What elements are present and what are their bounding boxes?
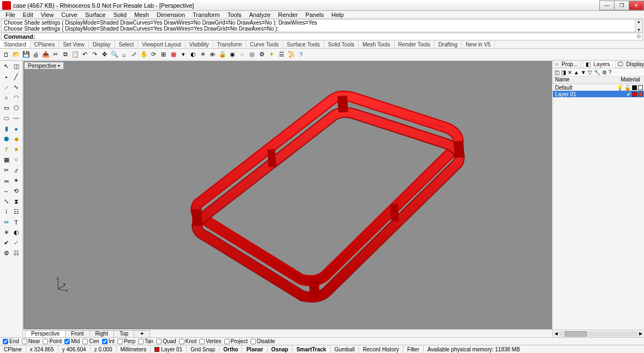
split-icon[interactable]: ⫽	[11, 166, 21, 175]
vptab-perspective[interactable]: Perspective	[25, 330, 65, 337]
layer-row-default[interactable]: Default 💡 🔓	[553, 84, 644, 91]
tab-mesh-tools[interactable]: Mesh Tools	[359, 41, 394, 48]
col-name[interactable]: Name	[553, 77, 617, 84]
vptab-front[interactable]: Front	[65, 330, 90, 337]
arc-icon[interactable]: ◠	[11, 93, 21, 102]
command-options-icon[interactable]: ⚙	[636, 33, 641, 39]
properties-icon[interactable]: ○	[237, 50, 247, 59]
pointson-icon[interactable]: ⁘	[11, 155, 21, 164]
filter-icon[interactable]: ☰	[277, 50, 286, 59]
zoom-extents-icon[interactable]: 🔍	[110, 50, 119, 59]
layers-icon[interactable]: ◉	[228, 50, 237, 59]
lock-icon[interactable]: 🔒	[218, 50, 227, 59]
cone-icon[interactable]: ◆	[11, 134, 21, 144]
material-swatch[interactable]	[638, 85, 643, 90]
osnap-cen[interactable]: Cen	[82, 338, 99, 344]
panel-tab-display[interactable]: 🖵 Display	[616, 61, 644, 68]
osnap-perp[interactable]: Perp	[117, 338, 135, 344]
menu-render[interactable]: Render	[275, 11, 301, 18]
tab-viewport-layout[interactable]: Viewport Layout	[138, 41, 186, 48]
vptab-add[interactable]: ✦	[134, 330, 150, 337]
ellipse-icon[interactable]: ⬭	[2, 114, 11, 123]
delete-layer-icon[interactable]: ✕	[568, 69, 572, 75]
tab-display[interactable]: Display	[89, 41, 115, 48]
join-icon[interactable]: ⫘	[2, 176, 11, 185]
scroll-left-icon[interactable]: ◀	[553, 331, 559, 336]
box-icon[interactable]: ▮	[2, 124, 11, 133]
rect-icon[interactable]: ▭	[2, 103, 11, 113]
tab-drafting[interactable]: Drafting	[434, 41, 462, 48]
move-up-icon[interactable]: ▲	[574, 69, 579, 75]
tab-solid-tools[interactable]: Solid Tools	[324, 41, 359, 48]
settings-icon[interactable]: ⚙	[602, 69, 607, 75]
options2-icon[interactable]: ⚙	[2, 249, 11, 258]
status-filter[interactable]: Filter	[403, 345, 424, 353]
tab-setview[interactable]: Set View	[59, 41, 88, 48]
osnap-knot[interactable]: Knot	[179, 338, 197, 344]
paste-icon[interactable]: 📋	[70, 50, 80, 59]
bulb-icon[interactable]: 💡	[617, 85, 623, 91]
extrude-icon[interactable]: ⇑	[2, 145, 11, 154]
pan-icon[interactable]: ✋	[139, 50, 148, 59]
status-gridsnap[interactable]: Grid Snap	[187, 345, 219, 353]
tab-select[interactable]: Select	[115, 41, 139, 48]
check-icon[interactable]: ✔	[627, 91, 631, 97]
options-icon[interactable]: ⚙	[257, 50, 266, 59]
copy-icon[interactable]: ⧉	[61, 50, 70, 59]
osnap-point[interactable]: Point	[43, 338, 62, 344]
analyze-icon[interactable]: ✔	[2, 238, 11, 248]
lock2-icon[interactable]: 🔓	[624, 85, 631, 91]
boolean-icon[interactable]: ◎	[247, 50, 257, 59]
menu-tools[interactable]: Tools	[224, 11, 245, 18]
zoom-selected-icon[interactable]: ⤢	[129, 50, 139, 59]
panel-tab-layers[interactable]: ◧ Layers	[583, 61, 616, 68]
tab-standard[interactable]: Standard	[0, 41, 31, 48]
docprops-icon[interactable]: ☷	[11, 249, 21, 258]
scale-icon[interactable]: ⤡	[2, 197, 11, 206]
freeform-icon[interactable]: 〰	[11, 114, 21, 123]
scroll-track[interactable]	[559, 331, 637, 337]
menu-analyze[interactable]: Analyze	[246, 11, 273, 18]
osnap-disable[interactable]: Disable	[251, 338, 275, 344]
osnap-vertex[interactable]: Vertex	[199, 338, 221, 344]
mirror-icon[interactable]: ⧗	[11, 197, 21, 206]
tab-render-tools[interactable]: Render Tools	[395, 41, 435, 48]
shade2-icon[interactable]: ◐	[11, 228, 21, 237]
undo-icon[interactable]: ↶	[80, 50, 90, 59]
osnap-end[interactable]: End	[3, 338, 19, 344]
lasso-icon[interactable]: ◫	[11, 62, 21, 71]
move-down-icon[interactable]: ▼	[581, 69, 586, 75]
vptab-right[interactable]: Right	[90, 330, 114, 337]
menu-file[interactable]: File	[2, 11, 19, 18]
menu-panels[interactable]: Panels	[302, 11, 327, 18]
material-swatch[interactable]	[638, 92, 643, 97]
tab-transform[interactable]: Transform	[213, 41, 246, 48]
rotate-icon[interactable]: ⟲	[11, 186, 21, 196]
polygon-icon[interactable]: ⬠	[11, 103, 21, 113]
tab-surface-tools[interactable]: Surface Tools	[283, 41, 324, 48]
pointer-icon[interactable]: ↖	[2, 62, 11, 71]
status-units[interactable]: Millimeters	[117, 345, 151, 353]
text-icon[interactable]: T	[11, 217, 21, 227]
layer-swatch[interactable]	[632, 92, 637, 97]
menu-transform[interactable]: Transform	[189, 11, 223, 18]
osnap-mid[interactable]: Mid	[64, 338, 80, 344]
polyline-icon[interactable]: ╱	[11, 72, 21, 81]
command-history[interactable]: Choose Shade settings ( DisplayMode=Shad…	[1, 19, 643, 32]
script-icon[interactable]: 📜	[287, 50, 296, 59]
4view-icon[interactable]: ⊞	[159, 50, 168, 59]
cylinder-icon[interactable]: ⬢	[2, 134, 11, 144]
move-icon[interactable]: ✥	[100, 50, 109, 59]
scroll-right-icon[interactable]: ▶	[637, 331, 644, 336]
tab-new-in-v5[interactable]: New in V5	[462, 41, 495, 48]
osnap-int[interactable]: Int	[102, 338, 115, 344]
circle-icon[interactable]: ○	[2, 93, 11, 102]
zoom-window-icon[interactable]: ⌕	[120, 50, 129, 59]
hide-icon[interactable]: 👁	[208, 50, 217, 59]
loft-icon[interactable]: ★	[11, 145, 21, 154]
shade-icon[interactable]: ◐	[188, 50, 198, 59]
move2-icon[interactable]: ↔	[2, 186, 11, 196]
panel-scrollbar[interactable]: ◀ ▶	[553, 330, 644, 337]
menu-edit[interactable]: Edit	[20, 11, 37, 18]
status-smarttrack[interactable]: SmartTrack	[293, 345, 330, 353]
